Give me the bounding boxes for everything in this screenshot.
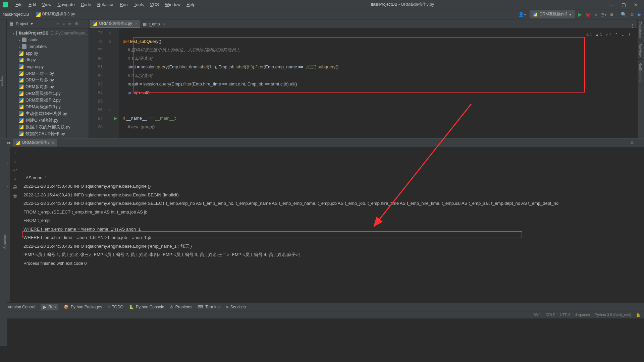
down-icon[interactable]: ↓ (14, 159, 16, 164)
fold-marker[interactable] (107, 80, 113, 88)
close-button[interactable]: ✕ (632, 2, 640, 7)
line-separator[interactable]: CRLF (546, 313, 555, 317)
tree-file[interactable]: ORM多对多.py (7, 83, 89, 90)
gear-icon[interactable]: ⚙ (630, 140, 634, 145)
run-configuration-selector[interactable]: ORM高级操作3 ▾ (530, 10, 575, 18)
menu-view[interactable]: View (39, 1, 54, 8)
code-line[interactable] (123, 106, 637, 114)
code-line[interactable]: # 1.写子查询 (123, 54, 637, 63)
code-line[interactable]: result = session.query(Emp).filter(Emp.h… (123, 80, 637, 88)
fold-marker[interactable] (107, 71, 113, 80)
code-line[interactable]: # 2.写父查询 (123, 71, 637, 80)
tree-file[interactable]: ORM一对多.py (7, 77, 89, 83)
warning-indicator[interactable]: ▲ 1 (595, 31, 602, 39)
menu-navigate[interactable]: Navigate (55, 1, 77, 8)
editor-indicators[interactable]: ⚠ 1 ▲ 1 ✔ 4 ⌃ ⌄ ⋮ (586, 31, 631, 39)
close-icon[interactable]: × (52, 140, 54, 145)
lock-icon[interactable]: 🔒 (636, 313, 641, 317)
debug-button[interactable]: 🐞 (585, 12, 591, 17)
editor-tab[interactable]: ▦t_emp× (140, 20, 168, 28)
fold-marker[interactable] (107, 97, 113, 106)
bottom-tab-todo[interactable]: ≡TODO (107, 305, 123, 309)
menu-edit[interactable]: Edit (26, 1, 39, 8)
run-marker[interactable] (113, 106, 119, 114)
run-marker[interactable]: ▶ (113, 114, 119, 123)
menu-refactor[interactable]: Refactor (95, 1, 116, 8)
run-marker[interactable] (113, 63, 119, 71)
bottom-tab-python-console[interactable]: 🐍Python Console (129, 305, 164, 309)
run-marker[interactable] (113, 54, 119, 63)
tree-file[interactable]: engine.py (7, 63, 89, 70)
fold-marker[interactable]: ⊖ (107, 106, 113, 114)
up-icon[interactable]: ↑ (14, 150, 16, 155)
select-opened-file-icon[interactable]: ⌖ (57, 21, 59, 26)
chevron-down-icon[interactable]: ▾ (31, 21, 33, 26)
code-line[interactable] (123, 97, 637, 106)
fold-marker[interactable] (107, 88, 113, 97)
maximize-button[interactable]: ▢ (620, 2, 628, 7)
editor-tab[interactable]: ORM高级操作3.py× (90, 20, 140, 28)
menu-vcs[interactable]: VCS (147, 1, 162, 8)
close-icon[interactable]: × (136, 22, 138, 26)
fold-marker[interactable] (107, 123, 113, 131)
structure-tool-tab[interactable]: Structure (3, 140, 7, 343)
run-tab[interactable]: ORM高级操作3 × (13, 139, 57, 146)
fold-marker[interactable]: ⊖ (107, 37, 113, 46)
code-line[interactable] (123, 28, 637, 37)
code-line[interactable]: # 查询和张三这个员工的职位、入职时间都相同的其他员工 (123, 46, 637, 54)
run-marker[interactable] (113, 88, 119, 97)
minimize-button[interactable]: — (607, 2, 615, 7)
tree-file[interactable]: ORM高级操作3.py (7, 104, 89, 110)
breadcrumb-root[interactable]: flaskProjectDB (3, 12, 29, 17)
bottom-tab-problems[interactable]: ⚠Problems (170, 305, 193, 309)
tree-file[interactable]: 数据的CRUD操作.py (7, 130, 89, 137)
tree-file[interactable]: ORM高级操作2.py (7, 97, 89, 104)
hide-panel-icon[interactable]: — (637, 140, 641, 145)
more-icon[interactable]: ⋮ (628, 31, 631, 39)
fold-marker[interactable] (107, 46, 113, 54)
fold-marker[interactable] (107, 114, 113, 123)
menu-code[interactable]: Code (78, 1, 94, 8)
code-line[interactable]: # test_group() (123, 123, 637, 131)
tree-file[interactable]: db.py (7, 57, 89, 63)
tree-file[interactable]: ORM高级操作1.py (7, 90, 89, 97)
run-marker[interactable] (113, 80, 119, 88)
tree-file[interactable]: ORM一对一.py (7, 70, 89, 77)
bottom-tab-services[interactable]: ⎈Services (226, 305, 246, 309)
trash-icon[interactable]: 🗑 (13, 193, 17, 199)
tree-root[interactable]: ▾flaskProjectDB E:\PyCharmProjec... (7, 30, 89, 37)
next-highlight-icon[interactable]: ⌄ (621, 31, 624, 39)
menu-file[interactable]: File (13, 1, 25, 8)
project-tool-tab[interactable]: Project (0, 74, 4, 86)
tree-file[interactable]: 创建ORM映射.py (7, 117, 89, 124)
bottom-tab-run[interactable]: ▶Run (41, 304, 58, 310)
run-button[interactable]: ▶ (578, 12, 582, 17)
run-marker[interactable] (113, 37, 119, 46)
run-marker[interactable] (113, 46, 119, 54)
indent-setting[interactable]: 4 spaces (575, 313, 590, 317)
soft-wrap-icon[interactable]: ↩ (13, 167, 17, 173)
run-marker[interactable] (113, 71, 119, 80)
run-marker[interactable] (113, 28, 119, 37)
tree-file[interactable]: app.py (7, 50, 89, 57)
python-interpreter[interactable]: Python 3.8 (flask_env) (595, 313, 631, 317)
menu-help[interactable]: Help (184, 1, 198, 8)
bottom-tab-terminal[interactable]: ⌨Terminal (198, 305, 220, 309)
tool-tab-sciview[interactable]: SciView (638, 41, 643, 60)
code-line[interactable]: if __name__ == '__main__': (123, 114, 637, 123)
code-area[interactable]: ⚠ 1 ▲ 1 ✔ 4 ⌃ ⌄ ⋮ def test_subQuery(): #… (119, 28, 637, 138)
profile-button[interactable]: ◔▾ (600, 12, 607, 17)
prev-highlight-icon[interactable]: ⌃ (615, 31, 618, 39)
breadcrumb-file[interactable]: ORM高级操作3.py (42, 11, 75, 17)
hide-panel-icon[interactable]: — (82, 21, 86, 26)
error-indicator[interactable]: ⚠ 1 (586, 31, 592, 39)
print-icon[interactable]: 🖶 (13, 185, 17, 190)
search-everywhere-button[interactable]: 🔍 (621, 12, 627, 17)
run-output[interactable]: AS anon_12022-12-28 15:44:30,400 INFO sq… (20, 147, 644, 302)
scroll-end-icon[interactable]: ⤓ (13, 176, 17, 181)
collapse-all-icon[interactable]: ≣ (68, 21, 71, 26)
tool-tab-database[interactable]: Database (638, 19, 643, 41)
learn-button[interactable]: ▶ (638, 12, 641, 17)
run-marker[interactable] (113, 97, 119, 106)
tree-file[interactable]: 数据库表的外键关联.py (7, 124, 89, 130)
